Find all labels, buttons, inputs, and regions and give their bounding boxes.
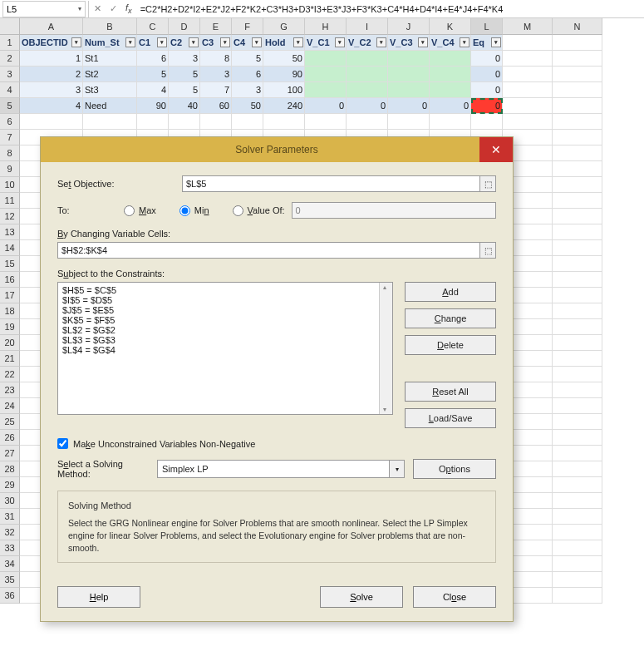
cell[interactable] — [388, 67, 430, 82]
cell[interactable]: 0 — [471, 67, 503, 82]
cell[interactable]: 3 — [169, 51, 200, 67]
cell[interactable] — [553, 367, 602, 382]
row-header[interactable]: 33 — [0, 540, 20, 556]
constraint-item[interactable]: $H$5 = $C$5 — [62, 285, 388, 295]
dialog-titlebar[interactable]: Solver Parameters ✕ — [41, 137, 513, 162]
filter-arrow-icon[interactable]: ▾ — [71, 37, 81, 47]
change-button[interactable]: Change — [405, 308, 496, 328]
cell[interactable] — [305, 114, 347, 130]
filter-arrow-icon[interactable]: ▾ — [157, 37, 167, 47]
enter-icon[interactable]: ✓ — [110, 3, 117, 14]
row-header[interactable]: 25 — [0, 414, 20, 430]
filter-arrow-icon[interactable]: ▾ — [491, 37, 501, 47]
cell[interactable] — [553, 35, 602, 51]
cell[interactable]: 0 — [305, 98, 347, 114]
cell[interactable] — [471, 114, 503, 130]
cell[interactable]: Need — [83, 98, 137, 114]
row-header[interactable]: 26 — [0, 430, 20, 446]
max-radio[interactable]: Max — [124, 205, 156, 216]
cell[interactable]: 40 — [169, 98, 200, 114]
col-header[interactable]: B — [83, 18, 137, 35]
cell[interactable] — [503, 67, 553, 82]
table-header-cell[interactable]: Eq▾ — [471, 35, 503, 51]
cell[interactable] — [553, 572, 602, 588]
cell[interactable]: 5 — [169, 82, 200, 98]
solve-button[interactable]: Solve — [320, 586, 403, 608]
cell[interactable] — [137, 114, 169, 130]
active-cell[interactable]: 0 — [471, 98, 503, 114]
table-header-cell[interactable]: V_C4▾ — [430, 35, 471, 51]
load-save-button[interactable]: Load/Save — [405, 408, 496, 428]
row-header[interactable]: 22 — [0, 367, 20, 382]
cell[interactable] — [200, 114, 232, 130]
row-header[interactable]: 34 — [0, 556, 20, 572]
cell[interactable] — [553, 430, 602, 446]
solving-method-select[interactable]: Simplex LP ▾ — [157, 460, 405, 478]
filter-arrow-icon[interactable]: ▾ — [125, 37, 135, 47]
cell[interactable]: 7 — [200, 82, 232, 98]
cell[interactable] — [553, 382, 602, 398]
cell[interactable] — [553, 588, 602, 604]
row-header[interactable]: 36 — [0, 588, 20, 604]
close-button[interactable]: Close — [413, 586, 496, 608]
row-header[interactable]: 15 — [0, 256, 20, 272]
row-header[interactable]: 17 — [0, 288, 20, 303]
row-header[interactable]: 5 — [0, 98, 20, 114]
row-header[interactable]: 2 — [0, 51, 20, 67]
cell[interactable]: 240 — [263, 98, 305, 114]
cell[interactable] — [503, 35, 553, 51]
name-box[interactable]: L5 ▾ — [2, 1, 86, 17]
cell[interactable]: 3 — [200, 67, 232, 82]
col-header[interactable]: E — [200, 18, 232, 35]
row-header[interactable]: 18 — [0, 303, 20, 319]
row-header[interactable]: 12 — [0, 209, 20, 224]
row-header[interactable]: 28 — [0, 461, 20, 477]
cell[interactable]: 3 — [232, 82, 263, 98]
cell[interactable] — [553, 540, 602, 556]
cell[interactable]: 0 — [388, 98, 430, 114]
row-header[interactable]: 3 — [0, 67, 20, 82]
row-header[interactable]: 21 — [0, 351, 20, 367]
constraint-item[interactable]: $I$5 = $D$5 — [62, 295, 388, 305]
cell[interactable]: 6 — [232, 67, 263, 82]
changing-cells-input[interactable]: $H$2:$K$4 — [57, 242, 480, 259]
cell[interactable] — [553, 130, 602, 145]
cell[interactable] — [305, 51, 347, 67]
cell[interactable]: St3 — [83, 82, 137, 98]
cell[interactable]: 0 — [471, 51, 503, 67]
cell[interactable] — [553, 556, 602, 572]
cell[interactable]: 0 — [471, 82, 503, 98]
cell[interactable] — [347, 114, 388, 130]
cell[interactable] — [553, 509, 602, 525]
cell[interactable] — [20, 114, 83, 130]
row-header[interactable]: 32 — [0, 525, 20, 540]
cell[interactable] — [388, 51, 430, 67]
cell[interactable] — [553, 446, 602, 461]
table-header-cell[interactable]: Num_St▾ — [83, 35, 137, 51]
cancel-icon[interactable]: ✕ — [94, 3, 101, 14]
col-header[interactable]: G — [263, 18, 305, 35]
options-button[interactable]: Options — [413, 459, 496, 479]
cell[interactable]: 2 — [20, 67, 83, 82]
formula-input[interactable]: =C2*H2+D2*I2+E2*J2+F2*K2+C3*H3+D3*I3+E3*… — [137, 4, 644, 14]
value-of-radio[interactable]: Value Of: — [233, 205, 285, 216]
cell[interactable] — [553, 351, 602, 367]
filter-arrow-icon[interactable]: ▾ — [376, 37, 386, 47]
cell[interactable] — [430, 67, 471, 82]
cell[interactable] — [553, 209, 602, 224]
row-header[interactable]: 8 — [0, 145, 20, 161]
cell[interactable] — [503, 98, 553, 114]
cell[interactable]: 50 — [263, 51, 305, 67]
row-header[interactable]: 1 — [0, 35, 20, 51]
table-header-cell[interactable]: V_C3▾ — [388, 35, 430, 51]
unconstrained-checkbox[interactable]: Make Unconstrained Variables Non-Negativ… — [57, 438, 496, 449]
filter-arrow-icon[interactable]: ▾ — [220, 37, 230, 47]
cell[interactable] — [553, 67, 602, 82]
filter-arrow-icon[interactable]: ▾ — [418, 37, 428, 47]
cell[interactable]: 5 — [137, 67, 169, 82]
filter-arrow-icon[interactable]: ▾ — [189, 37, 199, 47]
table-header-cell[interactable]: C3▾ — [200, 35, 232, 51]
cell[interactable] — [553, 114, 602, 130]
col-header[interactable]: F — [232, 18, 263, 35]
cell[interactable]: 50 — [232, 98, 263, 114]
